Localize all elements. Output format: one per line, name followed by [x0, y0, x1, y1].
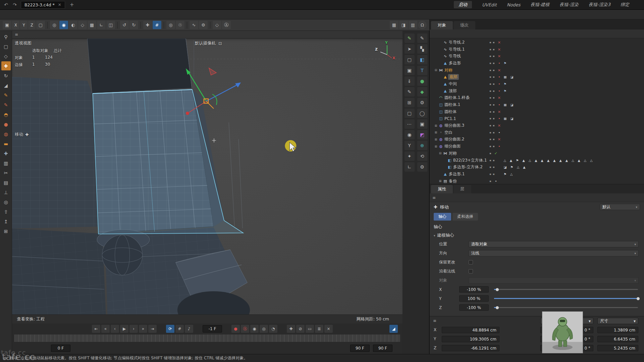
along-normals-checkbox[interactable]: [469, 269, 473, 274]
tree-item-guideline-1[interactable]: ∿ 引导线.1 ▪ ▪ ×: [430, 46, 644, 53]
spline-smooth-icon[interactable]: ∿: [190, 21, 198, 29]
enable-toggle-icon[interactable]: ×: [497, 40, 501, 45]
autokey-button[interactable]: Ⓐ: [241, 325, 249, 333]
orientation-dropdown[interactable]: 法线 ▾: [469, 250, 639, 256]
size-field[interactable]: 1.3809 cm: [597, 327, 638, 333]
cylinder-tool[interactable]: ▥: [1, 159, 11, 168]
viewport-3d-canvas[interactable]: 透视视图 选取对象 总计 对象 1 124: [12, 39, 402, 314]
axis-z-toggle[interactable]: Z: [28, 21, 36, 29]
render-icon[interactable]: ◨: [399, 21, 408, 29]
tag-icons[interactable]: ▦ ◪: [503, 103, 515, 107]
sculpt-tool[interactable]: ✎: [1, 100, 11, 109]
orientation-axis-widget[interactable]: Y Z X: [375, 41, 398, 63]
rotate-ccw-icon[interactable]: ↺: [120, 21, 129, 29]
enable-toggle-icon[interactable]: •: [494, 179, 498, 183]
layer-dots[interactable]: ▪ ▪: [489, 166, 495, 169]
size-mode-dropdown[interactable]: 尺寸 ▾: [597, 318, 638, 324]
timeline-ruler[interactable]: [14, 334, 400, 342]
layer-dots[interactable]: ▪ ▪: [489, 159, 495, 162]
tree-item-bottom[interactable]: ▲ 底部 ▪ ▪ • ▦ ◪: [430, 73, 644, 80]
tree-item-cylinder-1-spline[interactable]: ◠ 圆柱体.1.样条 ▪ ▪ ×: [430, 95, 644, 102]
size-field[interactable]: 6.6435 cm: [597, 336, 638, 342]
layer-dots[interactable]: ▪ ▪: [489, 117, 495, 120]
layer-dots[interactable]: ▪ ▪: [489, 138, 495, 141]
layer-dots[interactable]: ▪ ▪: [489, 75, 495, 78]
move-tool[interactable]: ✚: [1, 61, 11, 70]
position-field[interactable]: 109.3005 cm: [442, 336, 499, 342]
ring-select-icon[interactable]: ◎: [50, 21, 59, 29]
hamburger-icon[interactable]: ≡: [433, 318, 436, 323]
cross-button[interactable]: ×: [324, 325, 333, 333]
sound-button[interactable]: ♪: [185, 325, 193, 333]
tag-icons[interactable]: ▦ ◪: [503, 117, 515, 120]
rotate-tool[interactable]: ↻: [1, 71, 11, 80]
layout-tab-startup[interactable]: 启动: [454, 1, 472, 8]
zoom-tool[interactable]: ⚲: [1, 32, 11, 41]
tree-item-b2223-cube-1[interactable]: ◧ B22/23+立方体.1 ▪ ▪ △ ▲ ⚑ ▲ △ ▲ ▲ ▲ ▲ ▲ ▲…: [430, 157, 644, 164]
layer-dots[interactable]: ▪: [489, 180, 491, 183]
grid-icon[interactable]: ⊞: [405, 98, 415, 107]
workplane-lock-icon[interactable]: ▢: [36, 21, 45, 29]
layout-tab-rigging[interactable]: 绑定: [621, 2, 629, 8]
split-icon[interactable]: Y: [405, 141, 415, 150]
enable-toggle-icon[interactable]: ×: [497, 110, 501, 114]
enable-toggle-icon[interactable]: •: [497, 82, 501, 86]
split-view-icon[interactable]: ◫: [106, 21, 115, 29]
loop-select-icon[interactable]: ◉: [59, 21, 68, 29]
drop-icon[interactable]: ⇓: [405, 76, 415, 86]
size-field[interactable]: 5.2435 cm: [597, 345, 638, 351]
pencil-icon[interactable]: ✎: [417, 34, 427, 43]
timeline-zoom-button[interactable]: ◢: [389, 325, 398, 333]
slider-value-field[interactable]: -100 %: [459, 304, 489, 311]
layer-dots[interactable]: ▪ ▪: [489, 41, 495, 44]
toolbar-icon[interactable]: [117, 22, 118, 28]
text-icon[interactable]: T: [417, 66, 427, 75]
layer-dots[interactable]: ▪ ▪: [489, 82, 495, 85]
layer-dots[interactable]: ▪ ▪: [489, 103, 495, 106]
slider-knob[interactable]: [496, 306, 499, 309]
keyframe-mode-button[interactable]: #: [175, 325, 184, 333]
goto-start-button[interactable]: ⇤: [92, 325, 100, 333]
snap-grid-icon[interactable]: #: [153, 21, 161, 29]
layer-dots[interactable]: ▪ ▪: [489, 110, 495, 113]
layer-dots[interactable]: ▪ ▪: [489, 131, 495, 134]
range-end-field[interactable]: 90 F: [350, 345, 370, 352]
spline-pen-icon[interactable]: ✎: [405, 34, 415, 43]
record-button[interactable]: ●: [231, 325, 240, 333]
tag-icons[interactable]: ⚑: [503, 89, 508, 93]
tree-item-polygon-cube-2[interactable]: ◧ 多边形-立方体.2 ▪ ▪ ◪ ⚑ △ ▲: [430, 164, 644, 171]
snap-move-button[interactable]: ✚: [287, 325, 295, 333]
record-pla-button[interactable]: ◔: [269, 325, 277, 333]
expander-icon[interactable]: ⊞: [434, 145, 438, 148]
group-header[interactable]: ▾ 建模轴心: [430, 231, 644, 240]
paste-icon[interactable]: ▣: [3, 21, 11, 29]
extrude-text-tool[interactable]: ⇧: [1, 207, 11, 216]
snap-magnet-icon[interactable]: Ω: [418, 21, 427, 29]
workplane-button[interactable]: ▭: [306, 325, 314, 333]
layout-tab-modeling[interactable]: 夜猫-建模: [531, 2, 550, 8]
hamburger-icon[interactable]: ≡: [432, 195, 439, 200]
tree-item-polygon[interactable]: ▲ 多边形 ▪ ▪ • ⚑: [430, 60, 644, 67]
layout-tab-uvedit[interactable]: UVEdit: [482, 2, 497, 7]
slider-track[interactable]: [494, 289, 638, 290]
enable-toggle-icon[interactable]: ×: [497, 96, 501, 100]
rect-selection-tool[interactable]: ▢: [1, 42, 11, 51]
layer-dots[interactable]: ▪ ▪: [489, 89, 495, 93]
preset-dropdown[interactable]: 默认 ▾: [600, 204, 640, 210]
visibility-icon[interactable]: ◉: [405, 130, 415, 139]
axis-y-toggle[interactable]: Y: [20, 21, 28, 29]
enable-toggle-icon[interactable]: ×: [497, 68, 501, 72]
layers-button[interactable]: ≣: [315, 325, 323, 333]
tree-item-pc1-1[interactable]: ◫ PC1.1 ▪ ▪ • ▦ ◪: [430, 115, 644, 122]
tag-icons[interactable]: ⚑: [503, 61, 508, 65]
material-icon[interactable]: ▣: [405, 66, 415, 75]
layers-icon[interactable]: ▣: [417, 119, 427, 129]
tree-item-polygon-1[interactable]: ▲ 多边形.1 ▪ ▪ ⚑ △: [430, 171, 644, 178]
sphere-primitive-tool[interactable]: ●: [1, 120, 11, 129]
poly-selection-tool[interactable]: ◇: [1, 52, 11, 61]
enable-toggle-icon[interactable]: •: [497, 116, 501, 121]
enable-toggle-icon[interactable]: •: [497, 144, 501, 148]
enable-toggle-icon[interactable]: ×: [497, 54, 501, 58]
view-label[interactable]: 透视视图: [15, 41, 32, 46]
tree-item-guideline[interactable]: ∿ 引导线 ▪ ▪ ×: [430, 53, 644, 60]
